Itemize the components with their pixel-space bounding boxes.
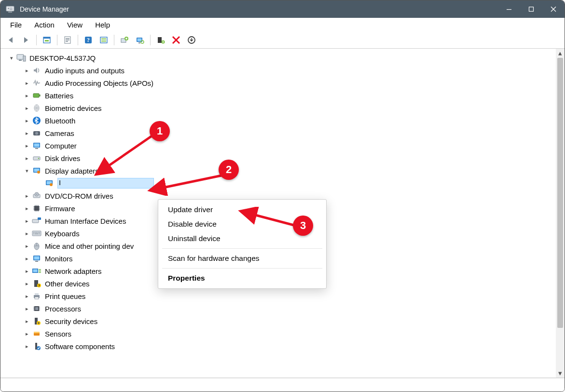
svg-point-36: [35, 132, 38, 135]
chevron-right-icon[interactable]: ▸: [23, 293, 31, 299]
menu-action[interactable]: Action: [29, 20, 59, 30]
scroll-down-button[interactable]: ▾: [556, 369, 565, 378]
svg-rect-8: [43, 37, 50, 39]
chevron-right-icon[interactable]: ▸: [23, 130, 31, 136]
audio-processing-icon: [31, 78, 42, 88]
tree-category-batteries[interactable]: ▸Batteries: [2, 89, 556, 102]
svg-rect-13: [66, 41, 68, 42]
svg-rect-0: [6, 6, 14, 11]
chevron-right-icon[interactable]: ▸: [23, 256, 31, 262]
monitor-icon: [31, 141, 42, 150]
chevron-right-icon[interactable]: ▸: [23, 331, 31, 337]
chevron-right-icon[interactable]: ▸: [23, 155, 31, 162]
toolbar-separator: [36, 35, 37, 45]
context-menu-scan-hardware[interactable]: Scan for hardware changes: [158, 251, 326, 266]
context-menu-properties[interactable]: Properties: [158, 271, 326, 285]
chevron-right-icon[interactable]: ▸: [23, 306, 31, 312]
chevron-right-icon[interactable]: ▸: [23, 218, 31, 224]
svg-rect-2: [10, 8, 13, 9]
chevron-down-icon[interactable]: ▾: [7, 55, 16, 61]
forward-button[interactable]: [19, 33, 33, 47]
chevron-right-icon[interactable]: ▸: [23, 230, 31, 237]
tree-category-print-queues[interactable]: ▸Print queues: [2, 290, 556, 302]
toolbar-separator: [114, 35, 114, 45]
chevron-right-icon[interactable]: ▸: [23, 93, 31, 99]
computer-root-icon: [16, 53, 27, 63]
chevron-right-icon[interactable]: ▸: [23, 143, 31, 149]
svg-point-47: [50, 183, 53, 186]
tree-category-security[interactable]: ▸Security devices: [2, 315, 556, 327]
enable-device-button[interactable]: [153, 33, 168, 47]
keyboard-icon: [31, 229, 42, 238]
disable-device-button[interactable]: [169, 33, 183, 47]
svg-rect-4: [8, 12, 12, 13]
svg-rect-66: [35, 297, 39, 299]
tree-category-computer[interactable]: ▸Computer: [2, 139, 556, 152]
display-adapter-icon: [44, 178, 55, 188]
menu-help[interactable]: Help: [90, 20, 115, 30]
tree-category-disk-drives[interactable]: ▸Disk drives: [2, 152, 556, 164]
properties-button[interactable]: [60, 33, 75, 47]
svg-rect-3: [10, 9, 13, 10]
list-button[interactable]: [96, 33, 111, 47]
mouse-icon: [31, 241, 42, 251]
camera-icon: [31, 128, 42, 138]
scroll-up-button[interactable]: ▴: [556, 49, 565, 57]
tree-category-display-adapters[interactable]: ▾Display adapters: [2, 164, 556, 177]
minimize-button[interactable]: [498, 0, 520, 18]
tree-category-cameras[interactable]: ▸Cameras: [2, 127, 556, 139]
annotation-badge-3: 3: [293, 216, 313, 236]
tree-category-biometric[interactable]: ▸Biometric devices: [2, 102, 556, 114]
svg-rect-26: [17, 54, 24, 59]
chevron-right-icon[interactable]: ▸: [23, 281, 31, 287]
chevron-right-icon[interactable]: ▸: [23, 80, 31, 86]
chevron-right-icon[interactable]: ▸: [23, 343, 31, 350]
svg-rect-21: [138, 42, 140, 43]
tree-category-audio-inputs-outputs[interactable]: ▸Audio inputs and outputs: [2, 64, 556, 77]
annotation-badge-2: 2: [219, 160, 239, 180]
toolbar-separator: [78, 35, 78, 45]
tree-device-display-adapter-item[interactable]: ▸ I: [2, 177, 556, 189]
tree-category-bluetooth[interactable]: ▸Bluetooth: [2, 114, 556, 127]
scrollbar-thumb[interactable]: [557, 58, 563, 328]
context-menu-separator: [162, 248, 322, 249]
menu-view[interactable]: View: [62, 20, 87, 30]
chevron-down-icon[interactable]: ▾: [23, 168, 31, 174]
chevron-right-icon[interactable]: ▸: [23, 105, 31, 111]
show-hidden-button[interactable]: [40, 33, 54, 47]
uninstall-device-button[interactable]: [184, 33, 199, 47]
svg-rect-38: [34, 144, 40, 147]
svg-rect-5: [507, 9, 511, 10]
chevron-right-icon[interactable]: ▸: [23, 243, 31, 249]
chevron-right-icon[interactable]: ▸: [23, 68, 31, 74]
close-button[interactable]: [542, 0, 565, 18]
chevron-right-icon[interactable]: ▸: [23, 193, 31, 199]
help-button[interactable]: ?: [81, 33, 96, 47]
back-button[interactable]: [3, 33, 18, 47]
window-title: Device Manager: [20, 5, 69, 13]
svg-rect-73: [34, 332, 40, 333]
annotation-badge-1: 1: [150, 121, 170, 141]
menu-file[interactable]: File: [5, 20, 27, 30]
chevron-right-icon[interactable]: ▸: [23, 268, 31, 274]
vertical-scrollbar[interactable]: ▴ ▾: [556, 49, 565, 378]
tree-category-audio-processing[interactable]: ▸Audio Processing Objects (APOs): [2, 77, 556, 89]
scan-hardware-button[interactable]: [133, 33, 147, 47]
svg-rect-39: [35, 148, 38, 149]
context-menu-update-driver[interactable]: Update driver: [158, 203, 326, 217]
chevron-right-icon[interactable]: ▸: [23, 318, 31, 324]
bluetooth-icon: [31, 116, 42, 125]
context-menu: Update driver Disable device Uninstall d…: [158, 199, 327, 289]
maximize-button[interactable]: [520, 0, 542, 18]
tree-category-sensors[interactable]: ▸Sensors: [2, 327, 556, 340]
svg-rect-29: [33, 94, 39, 97]
chip-icon: [31, 203, 42, 213]
security-device-icon: [31, 316, 42, 326]
update-driver-button[interactable]: [117, 33, 132, 47]
processor-icon: [31, 304, 42, 313]
chevron-right-icon[interactable]: ▸: [23, 205, 31, 212]
chevron-right-icon[interactable]: ▸: [23, 118, 31, 124]
tree-root[interactable]: ▾ DESKTOP-4L537JQ: [2, 52, 556, 64]
tree-category-software-components[interactable]: ▸Software components: [2, 340, 556, 352]
tree-category-processors[interactable]: ▸Processors: [2, 302, 556, 315]
